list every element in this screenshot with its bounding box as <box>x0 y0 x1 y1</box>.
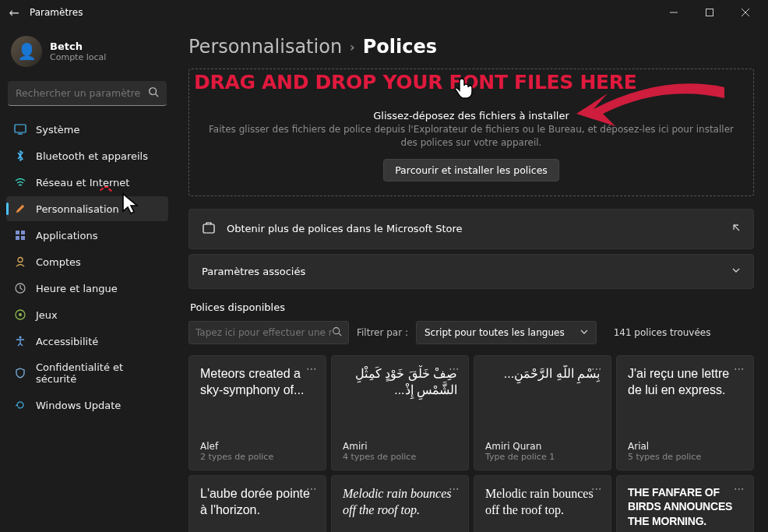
sidebar-item-bluetooth[interactable]: Bluetooth et appareils <box>6 143 168 168</box>
back-button[interactable]: ← <box>5 5 23 20</box>
breadcrumb-parent[interactable]: Personnalisation <box>188 36 342 58</box>
breadcrumb: Personnalisation › Polices <box>188 36 754 58</box>
font-name: Alef <box>200 441 315 452</box>
font-card[interactable]: ⋯ Melodic rain bounces off the roof top. <box>331 475 469 532</box>
gaming-icon <box>14 308 26 321</box>
profile[interactable]: 👤 Betch Compte local <box>6 31 168 72</box>
sidebar-item-network[interactable]: Réseau et Internet <box>6 170 168 195</box>
nav-label: Confidentialité et sécurité <box>36 361 160 385</box>
search-icon <box>148 86 159 100</box>
svg-rect-9 <box>21 231 25 234</box>
font-card-arial[interactable]: ⋯ J'ai reçu une lettre de lui en express… <box>616 355 754 470</box>
font-sub: 2 types de police <box>200 452 315 462</box>
font-dropzone[interactable]: DRAG AND DROP YOUR FONT FILES HERE Gliss… <box>188 69 754 196</box>
svg-rect-10 <box>16 236 19 240</box>
maximize-icon <box>706 9 713 16</box>
page-title: Polices <box>363 36 437 58</box>
sidebar-item-accounts[interactable]: Comptes <box>6 249 168 274</box>
more-icon[interactable]: ⋯ <box>306 362 318 375</box>
sidebar-item-gaming[interactable]: Jeux <box>6 302 168 327</box>
sidebar-item-privacy[interactable]: Confidentialité et sécurité <box>6 355 168 391</box>
font-count: 141 polices trouvées <box>614 327 711 338</box>
wifi-icon <box>14 176 26 188</box>
svg-point-15 <box>19 313 22 316</box>
store-link-card[interactable]: Obtenir plus de polices dans le Microsof… <box>188 209 754 249</box>
font-preview: صِفْ خَلْقَ خَوْدٍ كَمِثْلِ الشَّمْسِ إِ… <box>343 365 457 438</box>
font-search-box[interactable] <box>188 321 349 344</box>
search-icon <box>332 325 342 340</box>
update-icon <box>14 399 26 411</box>
nav-label: Bluetooth et appareils <box>36 150 148 162</box>
nav-label: Personnalisation <box>36 203 119 215</box>
font-sub: 4 types de police <box>343 452 457 462</box>
font-card-alef[interactable]: ⋯ Meteors created a sky-symphony of... A… <box>188 355 326 470</box>
more-icon[interactable]: ⋯ <box>306 482 318 495</box>
svg-point-18 <box>333 328 340 334</box>
nav-label: Applications <box>36 230 97 241</box>
font-card[interactable]: ⋯ The fanfare of birds announces the mor… <box>616 475 754 532</box>
available-fonts-title: Polices disponibles <box>190 301 754 313</box>
script-filter-select[interactable]: Script pour toutes les langues <box>416 321 597 344</box>
font-card[interactable]: ⋯ L'aube dorée pointe à l'horizon. <box>188 475 326 532</box>
svg-rect-17 <box>203 224 214 233</box>
nav-label: Jeux <box>36 309 58 321</box>
profile-name: Betch <box>50 41 106 52</box>
close-button[interactable] <box>727 0 763 25</box>
more-icon[interactable]: ⋯ <box>734 362 745 375</box>
search-input[interactable] <box>16 87 148 99</box>
more-icon[interactable]: ⋯ <box>449 482 460 495</box>
filter-label: Filtrer par : <box>357 327 408 338</box>
svg-rect-1 <box>706 9 713 16</box>
store-icon <box>202 220 216 238</box>
more-icon[interactable]: ⋯ <box>734 482 745 495</box>
font-preview: Melodic rain bounces off the roof top. <box>485 485 600 532</box>
brush-icon <box>14 203 26 215</box>
more-icon[interactable]: ⋯ <box>449 362 460 375</box>
related-settings-card[interactable]: Paramètres associés <box>188 254 754 289</box>
browse-fonts-button[interactable]: Parcourir et installer les polices <box>383 159 559 181</box>
maximize-button[interactable] <box>692 0 727 25</box>
search-box[interactable] <box>8 81 167 106</box>
more-icon[interactable]: ⋯ <box>591 482 603 495</box>
font-sub: Type de police 1 <box>485 452 600 462</box>
font-sub: 5 types de police <box>628 452 742 462</box>
open-external-icon <box>731 223 741 234</box>
svg-point-16 <box>19 336 21 338</box>
nav-label: Heure et langue <box>36 283 118 294</box>
font-preview: Meteors created a sky-symphony of... <box>200 365 315 438</box>
account-icon <box>14 255 26 268</box>
nav-label: Réseau et Internet <box>36 177 129 188</box>
font-grid-row2: ⋯ L'aube dorée pointe à l'horizon. ⋯ Mel… <box>188 475 754 532</box>
sidebar-item-apps[interactable]: Applications <box>6 223 168 248</box>
filter-value: Script pour toutes les langues <box>425 327 565 338</box>
more-icon[interactable]: ⋯ <box>591 362 603 375</box>
filter-row: Filtrer par : Script pour toutes les lan… <box>188 321 754 344</box>
minimize-button[interactable] <box>656 0 692 25</box>
font-card-amiri-quran[interactable]: ⋯ بِسْمِ اللَّهِ الرَّحْمَنِ... Amiri Qu… <box>474 355 611 470</box>
accessibility-icon <box>14 335 26 347</box>
font-grid: ⋯ Meteors created a sky-symphony of... A… <box>188 355 754 470</box>
window-title: Paramètres <box>30 7 83 18</box>
bluetooth-icon <box>14 150 26 162</box>
nav: Système Bluetooth et appareils Réseau et… <box>6 117 168 417</box>
overlay-instruction: DRAG AND DROP YOUR FONT FILES HERE <box>194 71 637 93</box>
sidebar-item-update[interactable]: Windows Update <box>6 393 168 417</box>
nav-label: Accessibilité <box>36 336 98 347</box>
sidebar-item-personalization[interactable]: Personnalisation <box>6 196 168 221</box>
svg-rect-6 <box>15 125 26 132</box>
svg-rect-11 <box>21 236 25 240</box>
font-name: Arial <box>628 441 742 452</box>
chevron-right-icon: › <box>350 40 355 55</box>
sidebar-item-accessibility[interactable]: Accessibilité <box>6 329 168 354</box>
font-preview: J'ai reçu une lettre de lui en express. <box>628 365 742 438</box>
nav-label: Windows Update <box>36 400 121 411</box>
minimize-icon <box>670 9 678 16</box>
svg-line-19 <box>339 333 341 336</box>
sidebar-item-time[interactable]: Heure et langue <box>6 276 168 301</box>
font-search-input[interactable] <box>196 327 332 338</box>
font-preview: L'aube dorée pointe à l'horizon. <box>200 485 315 532</box>
font-card-amiri[interactable]: ⋯ صِفْ خَلْقَ خَوْدٍ كَمِثْلِ الشَّمْسِ … <box>331 355 469 470</box>
sidebar-item-system[interactable]: Système <box>6 117 168 142</box>
font-card[interactable]: ⋯ Melodic rain bounces off the roof top. <box>474 475 611 532</box>
font-name: Amiri <box>343 441 457 452</box>
